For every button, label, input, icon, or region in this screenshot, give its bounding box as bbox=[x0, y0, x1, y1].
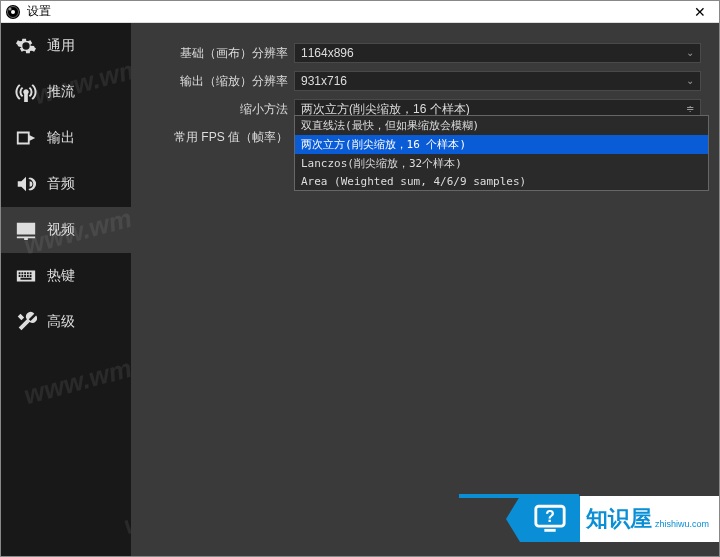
option-bicubic[interactable]: 两次立方(削尖缩放，16 个样本) bbox=[295, 135, 708, 154]
window-title: 设置 bbox=[27, 3, 685, 20]
sidebar-item-label: 高级 bbox=[47, 313, 75, 331]
label-base-resolution: 基础（画布）分辨率 bbox=[149, 45, 294, 62]
label-output-resolution: 输出（缩放）分辨率 bbox=[149, 73, 294, 90]
downscale-filter-options: 双直线法(最快，但如果缩放会模糊) 两次立方(削尖缩放，16 个样本) Lanc… bbox=[294, 115, 709, 191]
settings-window: 设置 ✕ www.wmzhe.com www.wmzhe.com www.wmz… bbox=[0, 0, 720, 557]
sidebar-item-label: 音频 bbox=[47, 175, 75, 193]
banner-logo-box: ? bbox=[520, 496, 580, 542]
speaker-icon bbox=[15, 173, 37, 195]
sidebar-item-label: 通用 bbox=[47, 37, 75, 55]
body: www.wmzhe.com www.wmzhe.com www.wmzhe.co… bbox=[1, 23, 719, 556]
sidebar-item-output[interactable]: 输出 bbox=[1, 115, 131, 161]
row-output-resolution: 输出（缩放）分辨率 931x716 ⌄ bbox=[149, 71, 701, 91]
svg-point-2 bbox=[11, 10, 15, 14]
sidebar: 通用 推流 输出 音频 视频 热键 bbox=[1, 23, 131, 556]
sidebar-item-audio[interactable]: 音频 bbox=[1, 161, 131, 207]
chevron-down-icon: ⌄ bbox=[686, 72, 694, 90]
sidebar-item-label: 输出 bbox=[47, 129, 75, 147]
sidebar-item-general[interactable]: 通用 bbox=[1, 23, 131, 69]
dropdown-base-resolution[interactable]: 1164x896 ⌄ bbox=[294, 43, 701, 63]
svg-point-3 bbox=[9, 7, 12, 10]
banner-url: zhishiwu.com bbox=[655, 519, 709, 529]
monitor-question-icon: ? bbox=[533, 502, 567, 536]
banner-tail bbox=[506, 496, 520, 542]
app-icon bbox=[5, 4, 21, 20]
svg-text:?: ? bbox=[545, 508, 555, 525]
label-fps: 常用 FPS 值（帧率） bbox=[149, 129, 294, 146]
sidebar-item-label: 热键 bbox=[47, 267, 75, 285]
gear-icon bbox=[15, 35, 37, 57]
banner-text: 知识屋 zhishiwu.com bbox=[580, 496, 719, 542]
banner-brand: 知识屋 bbox=[586, 504, 652, 534]
option-lanczos[interactable]: Lanczos(削尖缩放，32个样本) bbox=[295, 154, 708, 173]
sidebar-item-advanced[interactable]: 高级 bbox=[1, 299, 131, 345]
dropdown-output-resolution[interactable]: 931x716 ⌄ bbox=[294, 71, 701, 91]
close-button[interactable]: ✕ bbox=[685, 4, 715, 20]
dropdown-value: 931x716 bbox=[301, 72, 347, 90]
dropdown-value: 1164x896 bbox=[301, 44, 354, 62]
main-panel: 基础（画布）分辨率 1164x896 ⌄ 输出（缩放）分辨率 931x716 ⌄… bbox=[131, 23, 719, 556]
antenna-icon bbox=[15, 81, 37, 103]
svg-rect-5 bbox=[544, 529, 555, 532]
tools-icon bbox=[15, 311, 37, 333]
chevron-down-icon: ⌄ bbox=[686, 44, 694, 62]
sidebar-item-label: 推流 bbox=[47, 83, 75, 101]
monitor-icon bbox=[15, 219, 37, 241]
output-icon bbox=[15, 127, 37, 149]
sidebar-item-label: 视频 bbox=[47, 221, 75, 239]
brand-banner: ? 知识屋 zhishiwu.com bbox=[506, 496, 719, 542]
keyboard-icon bbox=[15, 265, 37, 287]
sidebar-item-video[interactable]: 视频 bbox=[1, 207, 131, 253]
sidebar-item-hotkeys[interactable]: 热键 bbox=[1, 253, 131, 299]
option-bilinear[interactable]: 双直线法(最快，但如果缩放会模糊) bbox=[295, 116, 708, 135]
label-downscale-filter: 缩小方法 bbox=[149, 101, 294, 118]
sidebar-item-stream[interactable]: 推流 bbox=[1, 69, 131, 115]
banner-accent bbox=[459, 494, 579, 498]
titlebar: 设置 ✕ bbox=[1, 1, 719, 23]
option-area[interactable]: Area (Weighted sum, 4/6/9 samples) bbox=[295, 173, 708, 190]
row-base-resolution: 基础（画布）分辨率 1164x896 ⌄ bbox=[149, 43, 701, 63]
